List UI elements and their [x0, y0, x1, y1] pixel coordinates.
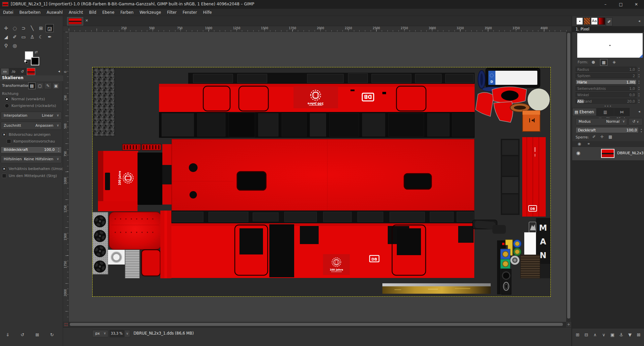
- free-select-tool[interactable]: ⊃: [19, 24, 28, 32]
- crop-tool[interactable]: ⊞: [37, 24, 45, 32]
- maximize-button[interactable]: □: [613, 0, 629, 9]
- spinner[interactable]: ▴▾: [637, 99, 641, 104]
- horizontal-ruler[interactable]: 2505007501000125015001750200022502500275…: [69, 26, 571, 32]
- background-color-swatch[interactable]: [31, 57, 39, 65]
- dock-menu-button[interactable]: ◂: [638, 19, 640, 23]
- menu-fenster[interactable]: Fenster: [179, 9, 200, 16]
- tab-fonts[interactable]: Aa: [591, 17, 598, 25]
- brush-slider-abstand[interactable]: Abstand20,0: [576, 99, 637, 104]
- interpolation-dropdown[interactable]: InterpolationLinear∨: [1, 112, 62, 120]
- bucket-fill-tool[interactable]: ◢: [2, 33, 10, 41]
- transform-layer-button[interactable]: ▤: [28, 82, 36, 89]
- lower-layer-button[interactable]: ∨: [600, 331, 608, 339]
- mode-switch-button[interactable]: ↺ ∨: [629, 118, 643, 125]
- spinner[interactable]: ▴▾: [637, 79, 641, 84]
- tab-image-thumbnail[interactable]: [27, 68, 35, 75]
- tab-gradients[interactable]: [598, 17, 605, 25]
- spinner[interactable]: ▴▾: [637, 67, 641, 72]
- unit-dropdown[interactable]: px ∨: [92, 330, 108, 337]
- layer-list-empty[interactable]: [572, 160, 644, 329]
- delete-layer-button[interactable]: ⊠: [635, 331, 643, 339]
- brush-shape-diamond[interactable]: ◈: [610, 59, 618, 66]
- menu-bild[interactable]: Bild: [86, 9, 99, 16]
- horizontal-scrollbar[interactable]: [69, 322, 566, 327]
- vertical-ruler[interactable]: 025050075010001250150017502000: [63, 32, 69, 322]
- restore-tool-preset-button[interactable]: ↺: [17, 331, 28, 339]
- menu-ebene[interactable]: Ebene: [99, 9, 117, 16]
- menu-datei[interactable]: Datei: [0, 9, 16, 16]
- menu-werkzeuge[interactable]: Werkzeuge: [137, 9, 164, 16]
- brush-slider-seitenverhältnis[interactable]: Seitenverhältnis1,0: [576, 86, 637, 91]
- tab-pfade[interactable]: ⋈ Pfade: [614, 108, 630, 116]
- swap-colors-icon[interactable]: ⇄: [35, 50, 38, 54]
- scale-tool[interactable]: ◲: [46, 24, 54, 32]
- vertical-scrollbar[interactable]: [566, 32, 571, 322]
- brush-slider-winkel[interactable]: Winkel0,0: [576, 92, 637, 97]
- new-layer-button[interactable]: ⊞: [574, 331, 582, 339]
- zoom-tool[interactable]: ◎: [11, 42, 19, 50]
- navigation-button[interactable]: ✛: [566, 322, 571, 327]
- raise-layer-button[interactable]: ∧: [591, 331, 599, 339]
- reset-tool-button[interactable]: ↻: [47, 331, 57, 339]
- menu-hilfe[interactable]: Hilfe: [200, 9, 215, 16]
- menu-farben[interactable]: Farben: [117, 9, 137, 16]
- brush-shape-square[interactable]: ▦: [600, 59, 607, 66]
- canvas-viewport[interactable]: 100 Jahre DB: [69, 32, 566, 322]
- menu-bearbeiten[interactable]: Bearbeiten: [16, 9, 44, 16]
- delete-tool-preset-button[interactable]: ⊠: [32, 331, 42, 339]
- brush-slider-spitzen[interactable]: Spitzen2: [576, 73, 637, 78]
- close-button[interactable]: ✕: [629, 0, 644, 9]
- tab-patterns[interactable]: [584, 17, 590, 25]
- tab-device-status[interactable]: ∕o: [9, 68, 18, 75]
- radio-normal[interactable]: [5, 97, 9, 101]
- hilfslinien-dropdown[interactable]: Hilfslinien Keine Hilfslinien ∨: [1, 155, 62, 163]
- spinner[interactable]: ▴▾: [637, 86, 641, 91]
- lock-position-icon[interactable]: ✛: [600, 134, 604, 139]
- eraser-tool[interactable]: ▭: [19, 33, 28, 41]
- checkbox[interactable]: [7, 139, 11, 143]
- dock-menu-button[interactable]: ◂: [638, 109, 640, 114]
- brush-shape-circle[interactable]: ●: [590, 59, 597, 66]
- image-tab-close-icon[interactable]: ✕: [85, 18, 88, 23]
- merge-layer-button[interactable]: ▼: [626, 331, 634, 339]
- brush-slider-radius[interactable]: Radius1,0: [576, 67, 637, 72]
- brush-slider-härte[interactable]: Härte1,00: [576, 79, 637, 84]
- minimize-button[interactable]: –: [598, 0, 613, 9]
- image-tab[interactable]: [67, 17, 83, 25]
- menu-ansicht[interactable]: Ansicht: [66, 9, 86, 16]
- duplicate-layer-button[interactable]: ▣: [608, 331, 616, 339]
- checkbox[interactable]: [2, 174, 6, 178]
- tab-brushes[interactable]: [576, 17, 583, 25]
- anchor-layer-button[interactable]: ⚓: [617, 331, 625, 339]
- tab-ebenen[interactable]: ▤ Ebenen: [572, 108, 596, 116]
- lock-alpha-icon[interactable]: ▩: [608, 134, 612, 139]
- save-tool-preset-button[interactable]: ⇓: [3, 331, 13, 339]
- smudge-tool[interactable]: ☾: [37, 33, 45, 41]
- transform-image-button[interactable]: ▣: [52, 82, 60, 89]
- layer-row[interactable]: ◉ DBRUE_NL2x3_: [572, 147, 644, 160]
- checkbox[interactable]: ✕: [2, 132, 6, 137]
- layer-visibility-icon[interactable]: ◉: [576, 150, 580, 156]
- zoom-level-field[interactable]: 33,3 %: [110, 330, 124, 337]
- menu-auswahl[interactable]: Auswahl: [44, 9, 66, 16]
- transform-path-button[interactable]: ✎: [44, 82, 52, 89]
- zuschnitt-dropdown[interactable]: ZuschnittAnpassen∨: [1, 122, 62, 130]
- spinner[interactable]: ▴▾: [637, 73, 641, 78]
- new-group-button[interactable]: ⊟: [582, 331, 590, 339]
- clone-tool[interactable]: ♙: [28, 33, 36, 41]
- tab-brush-editor[interactable]: ✐: [606, 17, 612, 26]
- measure-tool[interactable]: ╲: [28, 24, 36, 32]
- move-tool[interactable]: ✛: [2, 24, 10, 32]
- menu-filter[interactable]: Filter: [164, 9, 179, 16]
- tab-tool-options[interactable]: ▭: [1, 68, 9, 75]
- color-picker-tool[interactable]: ⚲: [2, 42, 10, 50]
- checkbox[interactable]: ✕: [2, 167, 6, 171]
- default-colors-icon[interactable]: [24, 60, 28, 64]
- dock-menu-button[interactable]: ◂: [56, 68, 62, 75]
- quick-mask-toggle[interactable]: [63, 322, 69, 327]
- zoom-dropdown-button[interactable]: ∨: [124, 330, 130, 337]
- layer-opacity-slider[interactable]: Deckkraft 100,0 ▴▾: [576, 127, 639, 133]
- bilddeckkraft-slider[interactable]: Bilddeckkraft 100,0 ▴▾: [1, 147, 62, 153]
- lock-pixels-icon[interactable]: ✐: [592, 134, 596, 139]
- ellipse-select-tool[interactable]: ◌: [11, 24, 19, 32]
